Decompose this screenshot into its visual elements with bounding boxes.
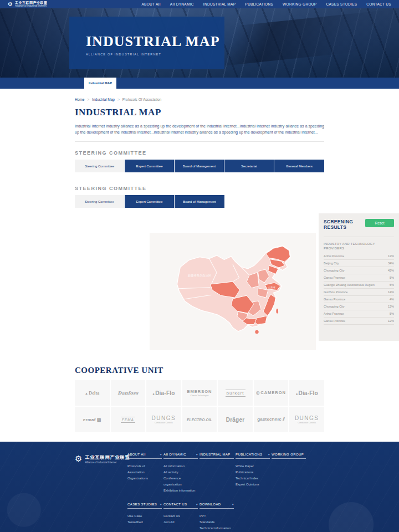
footer-link-all-activity[interactable]: All activity xyxy=(163,469,198,475)
nav-item-industrial-map[interactable]: INDUSTRIAL MAP xyxy=(203,2,236,6)
footer-link-protocols-of-association[interactable]: Protocols of Association xyxy=(127,463,162,475)
screening-row[interactable]: Beijing City34% xyxy=(324,260,394,267)
footer-column-contact-us: CONTACT US▾Contact UsJoin AII xyxy=(163,503,198,531)
breadcrumb-home[interactable]: Home xyxy=(75,98,84,101)
partner-logo-fema[interactable]: FEMA xyxy=(111,407,146,432)
nav-item-aii-dynamic[interactable]: AII DYNAMIC xyxy=(170,2,194,6)
nav-item-contact-us[interactable]: CONTACT US xyxy=(366,2,391,6)
cooperative-unit-section: COOPERATIVE UNIT ▲DeltaDanfoss●Dia-FloEM… xyxy=(75,366,324,432)
partner-logo-text: ELECTRO.OIL xyxy=(187,418,212,422)
reset-button[interactable]: Reset xyxy=(365,219,394,227)
partner-logo-text: bürkert xyxy=(226,390,245,397)
partner-logo-electro-oil[interactable]: ELECTRO.OIL xyxy=(182,407,217,432)
screening-row[interactable]: Gansu Province4% xyxy=(324,296,394,303)
partner-logo-dungs[interactable]: DUNGSCombustion Controls xyxy=(146,407,181,432)
site-logo[interactable]: ⚙ 工业互联网产业联盟 Alliance of Industrial Inter… xyxy=(8,2,47,7)
partner-logo-dungs[interactable]: DUNGSCombustion Controls xyxy=(289,407,324,432)
screening-row[interactable]: Chongqing City42% xyxy=(324,267,394,274)
partner-logo-delta[interactable]: ▲Delta xyxy=(75,380,110,406)
intro-paragraph: Industrial Internet industry alliance as… xyxy=(75,123,324,135)
footer-menu-row-2: CASES STUDIES▾Use CaseTestedbedCONTACT U… xyxy=(127,503,399,531)
partner-logo-cameron[interactable]: ⒸCAMERON xyxy=(254,380,289,406)
footer-column-header-aii-dynamic[interactable]: AII DYNAMIC▾ xyxy=(163,453,198,459)
province-shape-hainan[interactable] xyxy=(255,330,259,334)
screening-row-label: Guizhou Province xyxy=(324,290,347,294)
committee-tab-expert-committee[interactable]: Expert Committee xyxy=(125,195,175,208)
footer-column-header-about-aii[interactable]: ABOUT AII▾ xyxy=(127,453,162,459)
footer-column-header-publications[interactable]: PUBLICATIONS▾ xyxy=(236,453,270,459)
screening-row[interactable]: Guangxi Zhuang Autonomous Region5% xyxy=(324,282,394,289)
footer-link-standards[interactable]: Standards xyxy=(200,519,234,525)
screening-row[interactable]: Gansu Province12% xyxy=(324,318,394,325)
footer-link-use-case[interactable]: Use Case xyxy=(127,513,162,519)
footer-column-header-contact-us[interactable]: CONTACT US▾ xyxy=(163,503,198,509)
committee-section-2: STEERING COMMITTEESteering CommitteeExpe… xyxy=(75,186,324,208)
committee-tab-secretariat[interactable]: Secretariat xyxy=(224,160,274,172)
partner-logo-dia-flo[interactable]: ●Dia-Flo xyxy=(289,380,324,406)
china-map-panel: 新疆维吾尔自治区 山东省 xyxy=(150,233,316,350)
tab-industrial-map[interactable]: Industrial MAP xyxy=(84,78,116,89)
footer-links: All informationAll activityConference or… xyxy=(163,463,198,494)
screening-row[interactable]: Anhui Province12% xyxy=(324,253,394,260)
committee-tab-board-of-management[interactable]: Board of Management xyxy=(175,195,224,208)
footer-column-header-download[interactable]: DOWNLOAD▾ xyxy=(200,503,234,509)
screening-row-value: 12% xyxy=(388,305,394,308)
page-tab-strip: Industrial MAP xyxy=(0,78,399,89)
footer-link-technical-information[interactable]: Technical information xyxy=(200,525,234,531)
committee-sections: STEERING COMMITTEESteering CommitteeExpe… xyxy=(75,150,324,208)
footer-link-technical-index[interactable]: Technical Index xyxy=(236,475,270,482)
footer-link-expert-opinions[interactable]: Expert Opinions xyxy=(236,482,270,488)
logo-grid: ▲DeltaDanfoss●Dia-FloEMERSONClimate Tech… xyxy=(75,380,324,432)
footer-link-ppt[interactable]: PPT xyxy=(200,513,234,519)
footer-link-testedbed[interactable]: Testedbed xyxy=(127,519,162,525)
screening-row-value: 5% xyxy=(390,283,394,287)
committee-tab-expert-committee[interactable]: Expert Committee xyxy=(125,160,175,172)
province-shape-taiwan[interactable] xyxy=(276,308,279,314)
committee-tab-board-of-management[interactable]: Board of Management xyxy=(175,160,224,172)
partner-logo-dr-ger[interactable]: Dräger xyxy=(218,407,253,432)
nav-item-cases-studies[interactable]: CASES STUDIES xyxy=(326,2,357,6)
partner-logo-ermaf[interactable]: ermaf ▨ xyxy=(75,407,110,432)
committee-tab-row: Steering CommitteeExpert CommitteeBoard … xyxy=(75,160,324,172)
caret-down-icon: ▾ xyxy=(160,453,162,456)
nav-item-publications[interactable]: PUBLICATIONS xyxy=(245,2,273,6)
footer-column-header-working-group[interactable]: WORKING GROUP xyxy=(272,453,306,459)
footer-column-header-cases-studies[interactable]: CASES STUDIES▾ xyxy=(127,503,162,509)
partner-logo-text: ▲Delta xyxy=(85,391,99,396)
footer-link-join-aii[interactable]: Join AII xyxy=(163,519,198,525)
partner-logo-text: ●Dia-Flo xyxy=(152,390,175,396)
gear-logo-icon: ⚙ xyxy=(75,454,82,464)
hero-subtitle: ALLIANCE OF INDUSTRIAL INTERNET xyxy=(86,53,224,56)
footer-column-header-industrial-map[interactable]: INDUSTRIAL MAP xyxy=(200,453,234,459)
footer-link-exhibition-information[interactable]: Exhibition information xyxy=(163,488,198,494)
footer-menu-row-1: ABOUT AII▾Protocols of AssociationOrgani… xyxy=(127,453,399,494)
nav-item-working-group[interactable]: WORKING GROUP xyxy=(283,2,316,6)
partner-logo-danfoss[interactable]: Danfoss xyxy=(111,380,146,406)
committee-tab-steering-committee[interactable]: Steering Committee xyxy=(75,160,125,172)
partner-logo-gastechnic[interactable]: gastechnic ⫽ xyxy=(254,407,289,432)
logo-mark-icon: Ⓒ xyxy=(256,391,260,395)
footer-column-aii-dynamic: AII DYNAMIC▾All informationAll activityC… xyxy=(163,453,198,494)
china-choropleth-map[interactable]: 新疆维吾尔自治区 山东省 xyxy=(152,235,313,349)
footer-link-publications[interactable]: Publications xyxy=(236,469,270,475)
screening-row[interactable]: Chongqing City12% xyxy=(324,303,394,310)
footer-link-all-information[interactable]: All information xyxy=(163,463,198,469)
partner-logo-dia-flo[interactable]: ●Dia-Flo xyxy=(146,380,181,406)
screening-row[interactable]: Gansu Province5% xyxy=(324,274,394,282)
screening-row[interactable]: Anhui Province5% xyxy=(324,310,394,318)
screening-row[interactable]: Guizhou Province14% xyxy=(324,289,394,296)
footer-link-white-paper[interactable]: White Paper xyxy=(236,463,270,469)
top-nav-menu: ABOUT AIIAII DYNAMICINDUSTRIAL MAPPUBLIC… xyxy=(141,2,391,6)
partner-logo-emerson[interactable]: EMERSONClimate Technologies xyxy=(182,380,217,406)
committee-tab-steering-committee[interactable]: Steering Committee xyxy=(75,195,125,208)
nav-item-about-aii[interactable]: ABOUT AII xyxy=(141,2,160,6)
breadcrumb-industrial-map[interactable]: Industrial Map xyxy=(92,98,115,101)
footer-link-conference-organization[interactable]: Conference organization xyxy=(163,475,198,488)
map-screening-row: 新疆维吾尔自治区 山东省 SCREENING RESULTS Reset IND… xyxy=(150,213,399,350)
footer-link-contact-us[interactable]: Contact Us xyxy=(163,513,198,519)
committee-tab-general-members[interactable]: General Members xyxy=(274,160,324,172)
footer-link-organizations[interactable]: Organizations xyxy=(127,475,162,482)
partner-logo-b-rkert[interactable]: bürkert xyxy=(218,380,253,406)
footer-logo[interactable]: ⚙ 工业互联网产业联盟 Alliance of Industrial Inter… xyxy=(75,454,130,464)
screening-row-label: Anhui Province xyxy=(324,312,344,315)
